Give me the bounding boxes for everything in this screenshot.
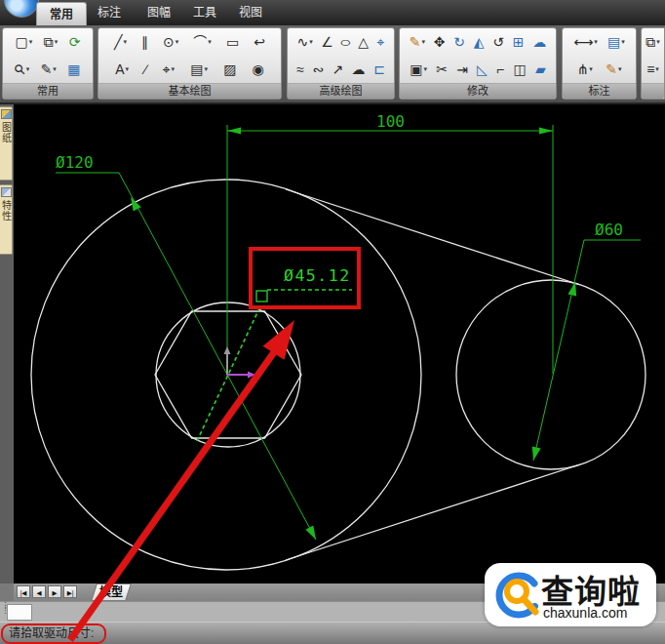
group-dimension: ⟷▾ ▤▾ ⋔▾ ✎▾ 标注 xyxy=(562,27,637,100)
watermark-domain-text: chaxunla.com xyxy=(543,605,627,621)
dropdown-caret-icon[interactable]: ▾ xyxy=(594,38,598,46)
image-button[interactable]: ▦ xyxy=(66,58,81,81)
dropdown-caret-icon[interactable]: ▾ xyxy=(204,65,208,73)
circle-button[interactable]: ⊙▾ xyxy=(162,30,179,54)
tolerance-button[interactable]: ⋔▾ xyxy=(576,58,594,81)
dropdown-caret-icon[interactable]: ▾ xyxy=(29,38,33,46)
region-button[interactable]: ◉ xyxy=(252,58,265,81)
group-common-label: 常用 xyxy=(3,83,93,99)
corner-button[interactable]: ⌐ xyxy=(495,58,505,81)
dropdown-caret-icon[interactable]: ▾ xyxy=(309,38,313,46)
array-button[interactable]: ⊞ xyxy=(512,30,526,54)
angle-line-button[interactable]: ∠ xyxy=(320,30,334,54)
dropdown-caret-icon[interactable]: ▾ xyxy=(655,65,659,73)
line-button[interactable]: ╱▾ xyxy=(113,30,128,54)
ribbon-tab-bar: 常用 标注 图幅 工具 视图 xyxy=(0,0,665,25)
group-extra: ⧉▾ ≡▾ xyxy=(641,27,665,100)
sidebar-tab-properties[interactable]: 特性 xyxy=(0,184,13,255)
curve-button[interactable]: ∾ xyxy=(311,58,325,81)
rotate-button[interactable]: ↻ xyxy=(452,30,466,54)
prev-sheet-button[interactable]: ◀ xyxy=(32,585,46,598)
new-file-button[interactable]: ▢▾ xyxy=(15,30,34,54)
wave-line-button[interactable]: ≈ xyxy=(295,58,305,81)
extend-button[interactable]: ⇥ xyxy=(455,58,469,81)
drawing-canvas[interactable] xyxy=(14,104,665,584)
dropdown-caret-icon[interactable]: ▾ xyxy=(53,65,57,73)
group-basic-draw: ╱▾ ∥ ⊙▾ ⌒▾ ▭ ↩ A▾ ∕ ⌖▾ ▤▾ ▨ ◉ 基本绘图 xyxy=(98,27,282,100)
dropdown-caret-icon[interactable]: ▾ xyxy=(421,38,425,46)
dropdown-caret-icon[interactable]: ▾ xyxy=(176,38,179,46)
sidebar-tab-sheet[interactable]: 图纸 xyxy=(0,106,13,181)
datum-button[interactable]: ▤▾ xyxy=(189,58,209,81)
model-space-tab[interactable]: 模型 xyxy=(91,584,132,601)
viewport-button[interactable]: ◫ xyxy=(513,58,528,81)
move-button[interactable]: ✥ xyxy=(433,30,447,54)
arc-button[interactable]: ⌒▾ xyxy=(192,30,213,54)
dim-style-button[interactable]: ▤▾ xyxy=(606,30,626,54)
group-modify-label: 修改 xyxy=(400,83,556,99)
fill-button[interactable]: ▰ xyxy=(534,58,547,81)
zoom-button[interactable]: ⚲▾ xyxy=(14,58,30,81)
trim-button[interactable]: ✂ xyxy=(435,58,449,81)
dropdown-caret-icon[interactable]: ▾ xyxy=(656,38,660,46)
erase-button[interactable]: ✎▾ xyxy=(409,30,426,54)
first-sheet-button[interactable]: |◀ xyxy=(17,585,30,598)
linestyle-button[interactable]: ≡▾ xyxy=(645,58,660,81)
dropdown-caret-icon[interactable]: ▾ xyxy=(126,65,130,73)
group-advanced-draw: ∿▾ ∠ ○ △ ⌖ ≈ ∾ ↗ ☁ ⊏ 高级绘图 xyxy=(287,27,395,100)
dropdown-caret-icon[interactable]: ▾ xyxy=(618,65,622,73)
profile-button[interactable]: ⊏ xyxy=(372,58,386,81)
point-button[interactable]: ∕ xyxy=(143,58,147,81)
sheet-button[interactable]: ⧉▾ xyxy=(645,30,661,54)
dropdown-caret-icon[interactable]: ▾ xyxy=(123,38,127,46)
text-button[interactable]: A▾ xyxy=(114,58,130,81)
rotate-copy-button[interactable]: ↺ xyxy=(491,30,505,54)
left-dock-bar: 图纸 特性 xyxy=(0,104,15,584)
tab-home[interactable]: 常用 xyxy=(36,2,87,26)
dropdown-caret-icon[interactable]: ▾ xyxy=(208,38,212,46)
contour-button[interactable]: ☁ xyxy=(351,58,367,81)
toolbar-grip-handle[interactable]: ⋮⋮ xyxy=(1,603,6,613)
polyline-button[interactable]: ↩ xyxy=(253,30,266,54)
command-input[interactable] xyxy=(7,604,32,621)
ellipse-button[interactable]: ○ xyxy=(340,30,350,54)
mirror-button[interactable]: ◭ xyxy=(473,30,486,54)
chamfer-button[interactable]: ◺ xyxy=(476,58,489,81)
last-sheet-button[interactable]: ▶| xyxy=(63,585,77,598)
group-extra-label xyxy=(642,83,664,99)
watermark-badge: 查询啦 chaxunla.com xyxy=(485,563,656,626)
copy-button[interactable]: ⧉▾ xyxy=(43,30,59,54)
linear-dim-button[interactable]: ⟷▾ xyxy=(572,30,599,54)
group-basic-draw-label: 基本绘图 xyxy=(98,83,281,99)
dropdown-caret-icon[interactable]: ▾ xyxy=(589,65,593,73)
scale-button[interactable]: ▣▾ xyxy=(409,58,428,81)
sheet-panel-icon xyxy=(1,109,12,119)
group-modify: ✎▾ ✥ ↻ ◭ ↺ ⊞ ☁ ▣▾ ✂ ⇥ ◺ ⌐ ◫ ▰ 修改 xyxy=(399,27,557,100)
spline-button[interactable]: ∿▾ xyxy=(296,30,314,54)
hatch-button[interactable]: ▨ xyxy=(222,58,237,81)
app-logo[interactable] xyxy=(4,0,39,18)
rectangle-button[interactable]: ▭ xyxy=(225,30,240,54)
polygon-button[interactable]: △ xyxy=(357,30,370,54)
prompt-highlight-box xyxy=(1,624,106,644)
dim-edit-button[interactable]: ✎▾ xyxy=(605,58,622,81)
dropdown-caret-icon[interactable]: ▾ xyxy=(621,38,625,46)
dropdown-caret-icon[interactable]: ▾ xyxy=(423,65,427,73)
revision-cloud-button[interactable]: ☁ xyxy=(531,30,547,54)
bearing-button[interactable]: ⌖ xyxy=(376,30,386,54)
tab-sheet[interactable]: 图幅 xyxy=(140,5,177,20)
export-button[interactable]: ✎▾ xyxy=(40,58,58,81)
arrow-button[interactable]: ↗ xyxy=(331,58,344,81)
sidebar-tab-sheet-label: 图纸 xyxy=(0,122,14,143)
refresh-button[interactable]: ⟳ xyxy=(68,30,82,54)
parallel-line-button[interactable]: ∥ xyxy=(140,30,149,54)
tab-tools[interactable]: 工具 xyxy=(187,5,222,20)
next-sheet-button[interactable]: ▶ xyxy=(48,585,61,598)
tab-dimension[interactable]: 标注 xyxy=(92,5,127,20)
dropdown-caret-icon[interactable]: ▾ xyxy=(55,38,59,46)
centerline-button[interactable]: ⌖▾ xyxy=(162,58,176,81)
dropdown-caret-icon[interactable]: ▾ xyxy=(172,65,176,73)
tab-view[interactable]: 视图 xyxy=(232,5,269,20)
cad-application-window: 常用 标注 图幅 工具 视图 ▢▾ ⧉▾ ⟳ ⚲▾ ✎▾ ▦ 常用 ╱▾ ∥ ⊙… xyxy=(0,0,665,644)
group-dimension-label: 标注 xyxy=(563,83,636,99)
